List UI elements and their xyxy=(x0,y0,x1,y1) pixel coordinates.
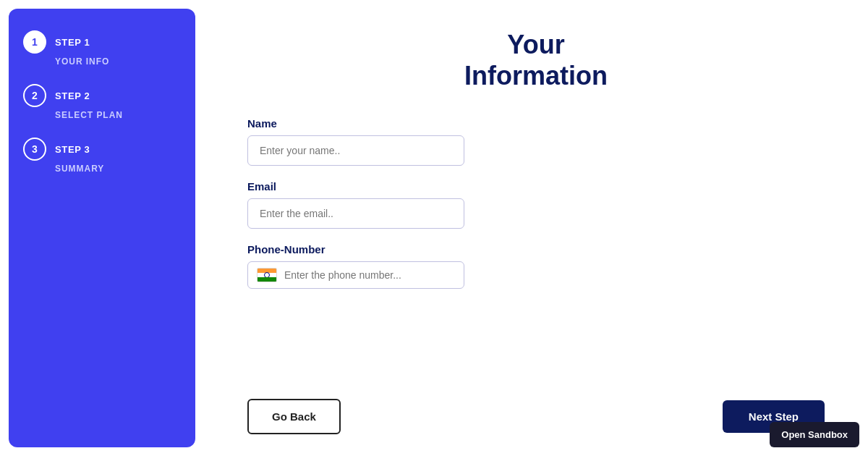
bottom-bar: Go Back Next Step xyxy=(247,399,825,434)
go-back-button[interactable]: Go Back xyxy=(247,399,341,434)
step-1-circle: 1 xyxy=(23,30,46,54)
name-field-group: Name xyxy=(247,117,479,166)
step-1-label: STEP 1 xyxy=(55,37,90,48)
page-title: Your Information xyxy=(247,29,825,91)
form-section: Name Email Phone-Number xyxy=(247,117,479,303)
step-1-sublabel: YOUR INFO xyxy=(23,56,181,67)
email-input[interactable] xyxy=(247,198,464,229)
step-2-row: 2 STEP 2 xyxy=(23,84,181,107)
main-content: Your Information Name Email Phone-Number xyxy=(204,0,868,456)
step-3-block: 3 STEP 3 SUMMARY xyxy=(23,138,181,185)
step-1-block: 1 STEP 1 YOUR INFO xyxy=(23,30,181,78)
step-3-sublabel: SUMMARY xyxy=(23,164,181,174)
step-2-sublabel: SELECT PLAN xyxy=(23,110,181,120)
step-3-circle: 3 xyxy=(23,138,46,161)
name-label: Name xyxy=(247,117,479,130)
open-sandbox-button[interactable]: Open Sandbox xyxy=(770,422,859,447)
phone-field-group: Phone-Number xyxy=(247,243,479,289)
step-2-circle: 2 xyxy=(23,84,46,107)
step-3-row: 3 STEP 3 xyxy=(23,138,181,161)
step-3-label: STEP 3 xyxy=(55,144,90,155)
name-input[interactable] xyxy=(247,135,464,166)
email-label: Email xyxy=(247,180,479,193)
email-field-group: Email xyxy=(247,180,479,229)
phone-label: Phone-Number xyxy=(247,243,479,256)
india-flag-icon xyxy=(257,268,277,282)
step-2-label: STEP 2 xyxy=(55,90,90,101)
phone-wrapper xyxy=(247,261,464,289)
phone-input[interactable] xyxy=(284,269,455,281)
step-1-row: 1 STEP 1 xyxy=(23,30,181,54)
sidebar: 1 STEP 1 YOUR INFO 2 STEP 2 SELECT PLAN … xyxy=(9,9,195,447)
step-2-block: 2 STEP 2 SELECT PLAN xyxy=(23,84,181,132)
